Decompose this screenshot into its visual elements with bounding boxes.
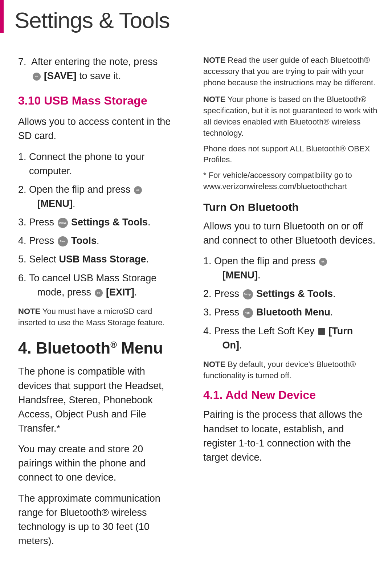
ok-icon-item7 [33, 73, 41, 81]
ok-icon-ton-1 [319, 258, 327, 266]
note-310-text: You must have a microSD card inserted to… [18, 307, 165, 327]
section-41: 4.1. Add New Device Pairing is the proce… [203, 388, 377, 465]
soft-key-icon [318, 328, 325, 335]
step-310-3-text: Press [29, 217, 57, 228]
step-310-6: 6. To cancel USB Mass Storage mode, pres… [18, 271, 178, 299]
eight-icon-310-4 [58, 236, 68, 246]
turn-on-bluetooth-section: Turn On Bluetooth Allows you to turn Blu… [203, 201, 377, 382]
turn-on-step-2-suffix: Settings & Tools [256, 288, 333, 299]
step-310-6-text: To cancel USB Mass Storage mode, press [29, 273, 156, 298]
note-310: NOTE You must have a microSD card insert… [18, 306, 178, 329]
turn-on-step-1: 1. Open the flip and press [MENU]. [203, 254, 377, 282]
step-310-3-suffix: Settings & Tools [71, 217, 148, 228]
section-4: 4. Bluetooth® Menu The phone is compatib… [18, 339, 178, 548]
step-310-6-num: 6. [18, 271, 26, 285]
note-compat: * For vehicle/accessory compatibility go… [203, 170, 377, 192]
turn-on-intro: Allows you to turn Bluetooth on or off a… [203, 219, 377, 248]
heading-turn-on-bluetooth: Turn On Bluetooth [203, 201, 377, 213]
heading-310: 3.10 USB Mass Storage [18, 94, 178, 107]
four-icon-ton-3 [243, 308, 253, 318]
page-title: Settings & Tools [15, 0, 170, 33]
turn-on-step-3-text: Press [214, 307, 242, 318]
step-310-1-num: 1. [18, 150, 26, 164]
note-right-2-text: Your phone is based on the Bluetooth® sp… [203, 95, 377, 137]
note-310-label: NOTE [18, 307, 40, 316]
ok-icon-310-2 [134, 186, 142, 194]
turn-on-step-3: 3. Press Bluetooth Menu. [203, 305, 377, 319]
content-columns: 7. After entering the note, press [SAVE]… [0, 44, 392, 563]
step-310-3: 3. Press Settings & Tools. [18, 215, 178, 229]
left-column: 7. After entering the note, press [SAVE]… [0, 44, 192, 563]
step-310-5: 5. Select USB Mass Storage. [18, 252, 178, 266]
steps-turn-on: 1. Open the flip and press [MENU]. 2. Pr… [203, 254, 377, 352]
turn-on-step-1-suffix: [MENU] [222, 270, 258, 281]
step-310-2-text: Open the flip and press [29, 184, 130, 195]
note-turn-on: NOTE By default, your device's Bluetooth… [203, 359, 377, 382]
page-header: Settings & Tools [0, 0, 392, 44]
step-310-2-suffix: [MENU] [37, 198, 73, 209]
step-310-4: 4. Press Tools. [18, 234, 178, 248]
turn-on-step-4: 4. Press the Left Soft Key [Turn On]. [203, 324, 377, 352]
note-turn-on-label: NOTE [203, 360, 225, 369]
section-310: 3.10 USB Mass Storage Allows you to acce… [18, 94, 178, 328]
turn-on-step-1-num: 1. [203, 254, 212, 268]
section-4-para2: You may create and store 20 pairings wit… [18, 442, 178, 485]
step-310-2-num: 2. [18, 183, 26, 197]
ok-icon-310-6 [95, 289, 103, 297]
turn-on-step-2: 2. Press Settings & Tools. [203, 287, 377, 301]
note-right-1: NOTE Read the user guide of each Bluetoo… [203, 55, 377, 88]
item-7-save: [SAVE] [44, 70, 77, 81]
page-container: Settings & Tools 7. After entering the n… [0, 0, 392, 563]
step-310-4-num: 4. [18, 234, 26, 248]
note-turn-on-text: By default, your device's Bluetooth® fun… [203, 360, 356, 380]
step-310-4-suffix: Tools [71, 235, 97, 246]
section-4-para3: The approximate communication range for … [18, 491, 178, 548]
item-7-save-suffix: to save it. [79, 70, 121, 81]
step-310-6-suffix: [EXIT] [106, 287, 134, 298]
step-310-5-num: 5. [18, 252, 26, 266]
step-310-4-text: Press [29, 235, 57, 246]
step-310-3-num: 3. [18, 215, 26, 229]
nine-icon-ton-2 [243, 289, 253, 299]
note-obex: Phone does not support ALL Bluetooth® OB… [203, 143, 377, 166]
section-4-para1: The phone is compatible with devices tha… [18, 364, 178, 436]
step-310-1-text: Connect the phone to your computer. [29, 151, 144, 176]
item-7: 7. After entering the note, press [SAVE]… [18, 55, 178, 83]
heading-41: 4.1. Add New Device [203, 388, 377, 402]
section-310-intro: Allows you to access content in the SD c… [18, 115, 178, 143]
note-right-1-label: NOTE [203, 56, 225, 65]
turn-on-step-2-num: 2. [203, 287, 212, 301]
turn-on-step-3-num: 3. [203, 305, 212, 319]
accent-bar [0, 0, 4, 33]
note-right-2: NOTE Your phone is based on the Bluetoot… [203, 94, 377, 139]
item-7-num: 7. [18, 56, 29, 67]
note-right-2-label: NOTE [203, 95, 225, 104]
heading-4: 4. Bluetooth® Menu [18, 339, 178, 357]
note-right-1-text: Read the user guide of each Bluetooth® a… [203, 56, 375, 87]
step-310-1: 1. Connect the phone to your computer. [18, 150, 178, 178]
nine-icon-310-3 [58, 218, 68, 228]
step-310-5-text: Select USB Mass Storage. [29, 254, 149, 265]
turn-on-step-4-text: Press the Left Soft Key [214, 326, 317, 336]
right-column: NOTE Read the user guide of each Bluetoo… [192, 44, 392, 563]
turn-on-step-2-text: Press [214, 288, 242, 299]
turn-on-step-4-num: 4. [203, 324, 212, 338]
turn-on-step-3-suffix: Bluetooth Menu [256, 307, 330, 318]
steps-310: 1. Connect the phone to your computer. 2… [18, 150, 178, 299]
section-41-para1: Pairing is the process that allows the h… [203, 408, 377, 465]
item-7-text: After entering the note, press [31, 56, 158, 67]
turn-on-step-1-text: Open the flip and press [214, 256, 315, 266]
step-310-2: 2. Open the flip and press [MENU]. [18, 183, 178, 211]
